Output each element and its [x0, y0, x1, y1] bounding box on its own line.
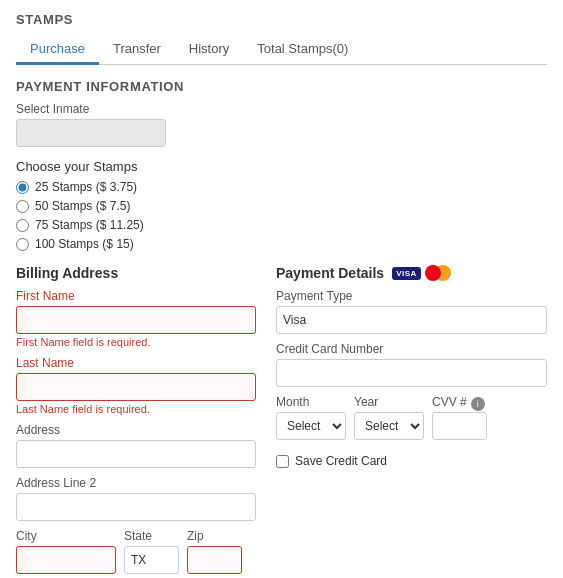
tab-total-stamps[interactable]: Total Stamps(0): [243, 35, 362, 65]
last-name-error: Last Name field is required.: [16, 403, 256, 415]
tabs-nav: Purchase Transfer History Total Stamps(0…: [16, 35, 547, 64]
address-group: Address: [16, 423, 256, 468]
zip-label: Zip: [187, 529, 242, 543]
inmate-row: Select Inmate: [16, 102, 547, 147]
credit-card-label: Credit Card Number: [276, 342, 547, 356]
tab-history[interactable]: History: [175, 35, 243, 65]
city-group: City: [16, 529, 116, 574]
payment-details-header: Payment Details VISA: [276, 265, 547, 281]
first-name-label: First Name: [16, 289, 256, 303]
inmate-label: Select Inmate: [16, 102, 547, 116]
stamp-label-25: 25 Stamps ($ 3.75): [35, 180, 137, 194]
first-name-group: First Name First Name field is required.: [16, 289, 256, 348]
stamps-section: Choose your Stamps 25 Stamps ($ 3.75) 50…: [16, 159, 547, 251]
state-label: State: [124, 529, 179, 543]
stamp-radio-100[interactable]: [16, 238, 29, 251]
address2-input[interactable]: [16, 493, 256, 521]
credit-card-input[interactable]: [276, 359, 547, 387]
state-group: State TX: [124, 529, 179, 574]
card-icons: VISA: [392, 265, 451, 281]
cvv-info-icon[interactable]: i: [471, 397, 485, 411]
stamp-radio-25[interactable]: [16, 181, 29, 194]
year-group: Year Select: [354, 395, 424, 440]
address-label: Address: [16, 423, 256, 437]
month-select[interactable]: Select: [276, 412, 346, 440]
billing-section: Billing Address First Name First Name fi…: [16, 265, 256, 578]
cvv-input[interactable]: [432, 412, 487, 440]
payment-details-title: Payment Details: [276, 265, 384, 281]
payment-type-label: Payment Type: [276, 289, 547, 303]
billing-payment-row: Billing Address First Name First Name fi…: [16, 265, 547, 578]
visa-icon: VISA: [392, 267, 421, 280]
credit-card-group: Credit Card Number: [276, 342, 547, 387]
address2-group: Address Line 2: [16, 476, 256, 521]
stamp-label-50: 50 Stamps ($ 7.5): [35, 199, 130, 213]
stamp-radio-50[interactable]: [16, 200, 29, 213]
payment-type-input[interactable]: Visa: [276, 306, 547, 334]
stamp-radio-75[interactable]: [16, 219, 29, 232]
stamp-label-100: 100 Stamps ($ 15): [35, 237, 134, 251]
address2-label: Address Line 2: [16, 476, 256, 490]
page-title: STAMPS: [16, 12, 547, 27]
payment-section-title: PAYMENT INFORMATION: [16, 79, 547, 94]
first-name-input[interactable]: [16, 306, 256, 334]
stamp-label-75: 75 Stamps ($ 11.25): [35, 218, 144, 232]
cvv-group: CVV # i: [432, 395, 487, 440]
cvv-label: CVV #: [432, 395, 467, 409]
last-name-group: Last Name Last Name field is required.: [16, 356, 256, 415]
month-year-row: Month Select Year Select CVV # i: [276, 395, 547, 448]
first-name-error: First Name field is required.: [16, 336, 256, 348]
payment-details-section: Payment Details VISA Payment Type Visa C…: [276, 265, 547, 578]
zip-group: Zip: [187, 529, 242, 574]
address-input[interactable]: [16, 440, 256, 468]
inmate-input[interactable]: [16, 119, 166, 147]
tab-purchase[interactable]: Purchase: [16, 35, 99, 65]
billing-title: Billing Address: [16, 265, 256, 281]
stamps-title: Choose your Stamps: [16, 159, 547, 174]
last-name-label: Last Name: [16, 356, 256, 370]
year-select[interactable]: Select: [354, 412, 424, 440]
stamp-option-25[interactable]: 25 Stamps ($ 3.75): [16, 180, 547, 194]
last-name-input[interactable]: [16, 373, 256, 401]
state-input[interactable]: TX: [124, 546, 179, 574]
city-state-zip-row: City State TX Zip: [16, 529, 256, 578]
month-group: Month Select: [276, 395, 346, 440]
month-label: Month: [276, 395, 346, 409]
stamp-option-100[interactable]: 100 Stamps ($ 15): [16, 237, 547, 251]
zip-input[interactable]: [187, 546, 242, 574]
tab-transfer[interactable]: Transfer: [99, 35, 175, 65]
save-card-row: Save Credit Card: [276, 454, 547, 468]
stamp-option-75[interactable]: 75 Stamps ($ 11.25): [16, 218, 547, 232]
city-input[interactable]: [16, 546, 116, 574]
save-card-label: Save Credit Card: [295, 454, 387, 468]
stamp-option-50[interactable]: 50 Stamps ($ 7.5): [16, 199, 547, 213]
year-label: Year: [354, 395, 424, 409]
mastercard-icon: [425, 265, 451, 281]
payment-type-group: Payment Type Visa: [276, 289, 547, 334]
save-card-checkbox[interactable]: [276, 455, 289, 468]
city-label: City: [16, 529, 116, 543]
